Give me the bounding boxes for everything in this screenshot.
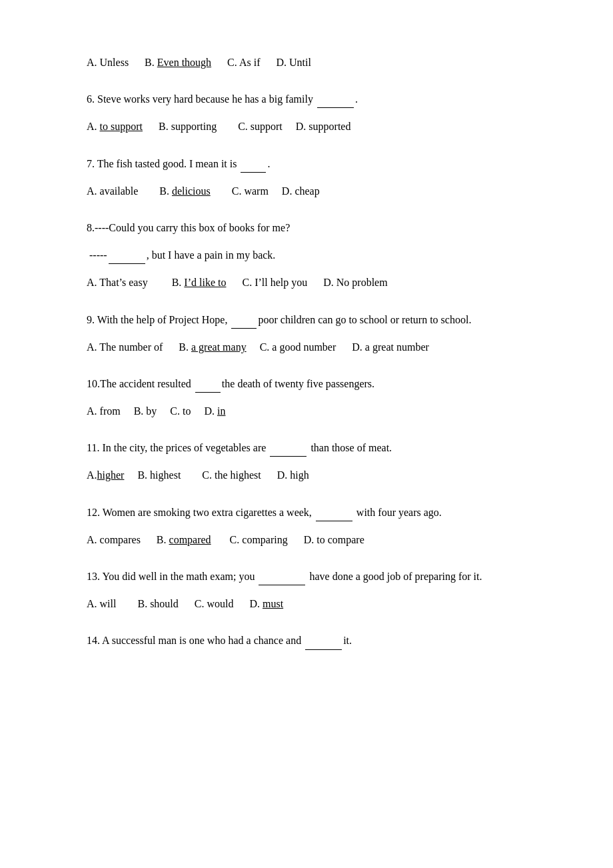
q8-block: 8.----Could you carry this box of books …: [87, 219, 526, 292]
q11-optB: B. highest: [137, 469, 181, 481]
exam-content: A. Unless B. Even though C. As if D. Unt…: [87, 53, 526, 650]
q7-question: 7. The fish tasted good. I mean it is .: [87, 155, 526, 173]
q10-optB: B. by: [134, 405, 157, 417]
q13-optB: B. should: [137, 598, 178, 609]
q13-optC: C. would: [195, 598, 234, 609]
q13-blank: [259, 585, 305, 585]
q8-question2: -----, but I have a pain in my back.: [87, 246, 526, 264]
q12-options: A. compares B. compared C. comparing D. …: [87, 531, 526, 549]
q14-question: 14. A successful man is one who had a ch…: [87, 631, 526, 649]
q5-options: A. Unless B. Even though C. As if D. Unt…: [87, 53, 526, 71]
q6-optC: C. support: [238, 121, 283, 132]
q13-block: 13. You did well in the math exam; you h…: [87, 567, 526, 613]
q11-optD: D. high: [277, 469, 309, 481]
q11-optA: A.higher: [87, 469, 124, 481]
q7-optA: A. available: [87, 185, 138, 197]
q9-optD: D. a great number: [352, 341, 429, 353]
q8-optD: D. No problem: [323, 277, 387, 288]
q12-block: 12. Women are smoking two extra cigarett…: [87, 503, 526, 549]
q10-blank: [195, 392, 221, 393]
q14-block: 14. A successful man is one who had a ch…: [87, 631, 526, 649]
q8-optB: B. I’d like to: [172, 277, 227, 288]
q5-optC: C. As if: [227, 57, 260, 68]
q6-blank: [317, 107, 354, 108]
q8-blank: [109, 263, 145, 264]
q7-optD: D. cheap: [282, 185, 320, 197]
q5-optB: B. Even though: [145, 57, 211, 68]
q10-options: A. from B. by C. to D. in: [87, 402, 526, 420]
q14-blank: [305, 649, 342, 650]
q11-options: A.higher B. highest C. the highest D. hi…: [87, 466, 526, 484]
q8-options: A. That’s easy B. I’d like to C. I’ll he…: [87, 273, 526, 291]
q5-options-block: A. Unless B. Even though C. As if D. Unt…: [87, 53, 526, 71]
q12-optC: C. comparing: [230, 534, 288, 545]
q10-question: 10.The accident resulted the death of tw…: [87, 375, 526, 393]
q12-optB: B. compared: [157, 534, 211, 545]
q11-block: 11. In the city, the prices of vegetable…: [87, 439, 526, 484]
q13-optD: D. must: [249, 598, 283, 609]
q6-options: A. to support B. supporting C. support D…: [87, 117, 526, 135]
q9-options: A. The number of B. a great many C. a go…: [87, 338, 526, 356]
q11-question: 11. In the city, the prices of vegetable…: [87, 439, 526, 457]
q10-optD: D. in: [204, 405, 225, 417]
q7-block: 7. The fish tasted good. I mean it is . …: [87, 155, 526, 200]
q10-block: 10.The accident resulted the death of tw…: [87, 375, 526, 420]
q9-question: 9. With the help of Project Hope, poor c…: [87, 311, 526, 329]
q10-optC: C. to: [170, 405, 191, 417]
q10-optA: A. from: [87, 405, 121, 417]
q12-question: 12. Women are smoking two extra cigarett…: [87, 503, 526, 521]
q9-optB: B. a great many: [179, 341, 246, 353]
q6-question: 6. Steve works very hard because he has …: [87, 90, 526, 108]
q7-optB: B. delicious: [159, 185, 210, 197]
q12-optA: A. compares: [87, 534, 141, 545]
q12-optD: D. to compare: [304, 534, 364, 545]
q13-optA: A. will: [87, 598, 116, 609]
q7-optC: C. warm: [232, 185, 269, 197]
q9-optA: A. The number of: [87, 341, 163, 353]
q7-options: A. available B. delicious C. warm D. che…: [87, 182, 526, 200]
q7-blank: [241, 172, 266, 173]
q6-optD: D. supported: [296, 121, 351, 132]
q9-optC: C. a good number: [260, 341, 336, 353]
q5-optD: D. Until: [276, 57, 310, 68]
q9-block: 9. With the help of Project Hope, poor c…: [87, 311, 526, 356]
q9-blank: [231, 328, 257, 329]
q8-optA: A. That’s easy: [87, 277, 148, 288]
q13-options: A. will B. should C. would D. must: [87, 595, 526, 613]
q12-blank: [316, 521, 352, 521]
q8-question1: 8.----Could you carry this box of books …: [87, 219, 526, 237]
q11-blank: [270, 456, 306, 457]
q6-block: 6. Steve works very hard because he has …: [87, 90, 526, 135]
q8-optC: C. I’ll help you: [242, 277, 307, 288]
q13-question: 13. You did well in the math exam; you h…: [87, 567, 526, 585]
q11-optC: C. the highest: [202, 469, 261, 481]
q6-optB: B. supporting: [159, 121, 217, 132]
q5-optA: A. Unless: [87, 57, 129, 68]
q6-optA: A. to support: [87, 121, 143, 132]
